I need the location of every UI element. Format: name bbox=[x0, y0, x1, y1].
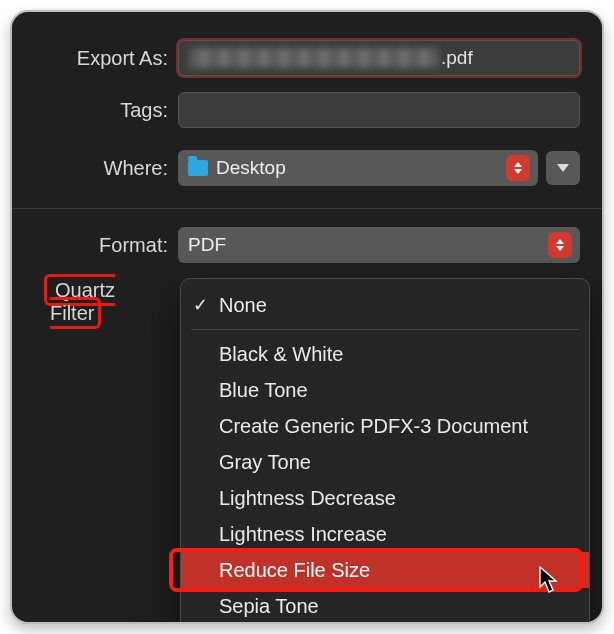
menu-item-gray-tone[interactable]: Gray Tone bbox=[181, 444, 589, 480]
expand-save-button[interactable] bbox=[546, 151, 580, 185]
menu-item-sepia-tone[interactable]: Sepia Tone bbox=[181, 588, 589, 624]
menu-item-lightness-decrease[interactable]: Lightness Decrease bbox=[181, 480, 589, 516]
tags-field[interactable] bbox=[178, 92, 580, 128]
where-value: Desktop bbox=[216, 157, 286, 179]
export-as-field[interactable]: .pdf bbox=[178, 40, 580, 76]
folder-icon bbox=[188, 160, 208, 176]
where-popup[interactable]: Desktop bbox=[178, 150, 538, 186]
menu-item-none[interactable]: None bbox=[181, 287, 589, 323]
where-label: Where: bbox=[12, 157, 178, 180]
format-label: Format: bbox=[12, 234, 178, 257]
where-row: Where: Desktop bbox=[12, 142, 602, 194]
quartz-filter-label: Quartz Filter bbox=[44, 274, 115, 329]
filename-suffix: .pdf bbox=[441, 47, 473, 69]
filename-redacted bbox=[189, 48, 439, 68]
quartz-filter-menu[interactable]: NoneBlack & WhiteBlue ToneCreate Generic… bbox=[180, 278, 590, 624]
chevron-down-icon bbox=[557, 164, 569, 172]
format-row: Format: PDF bbox=[12, 219, 602, 271]
menu-separator bbox=[191, 329, 579, 330]
tags-label: Tags: bbox=[12, 99, 178, 122]
export-as-row: Export As: .pdf bbox=[12, 32, 602, 84]
menu-item-blue-tone[interactable]: Blue Tone bbox=[181, 372, 589, 408]
section-divider bbox=[12, 208, 602, 209]
menu-item-create-generic-pdfx-3-document[interactable]: Create Generic PDFX-3 Document bbox=[181, 408, 589, 444]
export-as-label: Export As: bbox=[12, 47, 178, 70]
format-popup[interactable]: PDF bbox=[178, 227, 580, 263]
menu-item-reduce-file-size[interactable]: Reduce File Size bbox=[181, 552, 589, 588]
tags-row: Tags: bbox=[12, 84, 602, 136]
export-dialog: Export As: .pdf Tags: Where: Deskt bbox=[10, 10, 604, 624]
menu-item-lightness-increase[interactable]: Lightness Increase bbox=[181, 516, 589, 552]
format-value: PDF bbox=[188, 234, 226, 256]
stepper-icon bbox=[506, 155, 530, 181]
menu-item-black-white[interactable]: Black & White bbox=[181, 336, 589, 372]
stepper-icon bbox=[548, 232, 572, 258]
